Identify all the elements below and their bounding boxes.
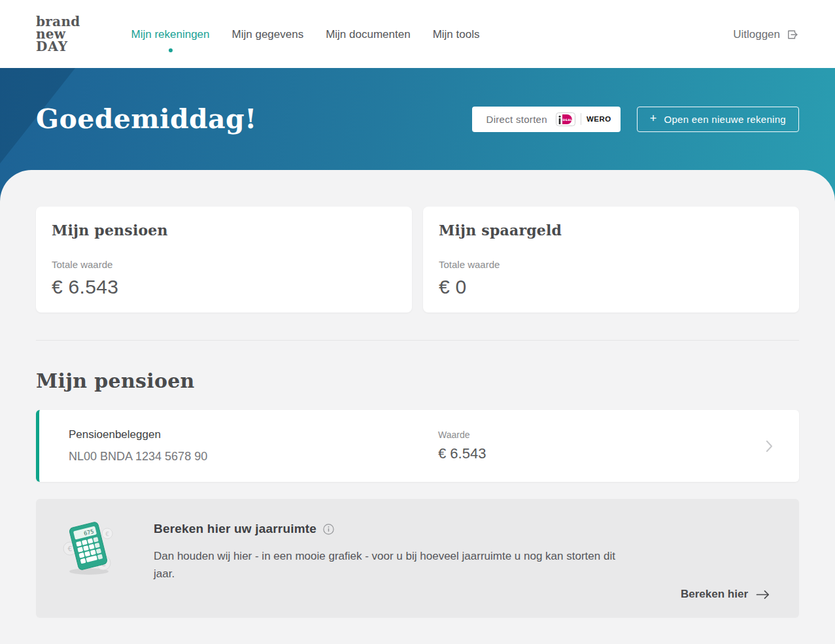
banner-description: Dan houden wij hier - in een mooie grafi… (154, 547, 621, 583)
account-iban: NL00 BNDA 1234 5678 90 (69, 450, 438, 464)
account-value: € 6.543 (438, 445, 486, 462)
card-value-label: Totale waarde (439, 259, 783, 270)
nav-item-mijn-tools[interactable]: Mijn tools (433, 28, 480, 41)
summary-cards-row: Mijn pensioen Totale waarde € 6.543 Mijn… (36, 207, 799, 313)
main-content-panel: Mijn pensioen Totale waarde € 6.543 Mijn… (0, 170, 835, 644)
brand-logo[interactable]: brand new DAY (36, 16, 80, 53)
chevron-right-icon[interactable] (766, 440, 773, 452)
card-value: € 6.543 (52, 276, 396, 298)
section-divider (36, 340, 799, 341)
ideal-logo: DEAL (556, 112, 575, 126)
card-value: € 0 (439, 276, 783, 298)
pension-summary-card: Mijn pensioen Totale waarde € 6.543 (36, 207, 412, 313)
nav-item-mijn-documenten[interactable]: Mijn documenten (326, 28, 410, 41)
brand-logo-line: DAY (36, 41, 80, 53)
bereken-hier-label: Bereken hier (681, 588, 748, 601)
jaarruimte-banner: € € € 675 (36, 499, 799, 618)
svg-text:DEAL: DEAL (563, 118, 573, 121)
arrow-right-icon (756, 590, 770, 600)
pension-section-heading: Mijn pensioen (36, 369, 799, 392)
banner-title: Bereken hier uw jaarruimte (154, 522, 316, 536)
pension-account-row[interactable]: Pensioenbeleggen NL00 BNDA 1234 5678 90 … (36, 410, 799, 482)
wero-logo: wero (587, 115, 611, 123)
card-value-label: Totale waarde (52, 259, 396, 270)
svg-text:€: € (105, 531, 109, 537)
greeting-heading: Goedemiddag! (36, 103, 257, 135)
open-new-account-button[interactable]: + Open een nieuwe rekening (637, 107, 799, 132)
coin-top-right: € (102, 528, 112, 539)
savings-summary-card: Mijn spaargeld Totale waarde € 0 (423, 207, 799, 313)
calculator-icon: € € € 675 (62, 518, 154, 583)
logout-label: Uitloggen (733, 28, 780, 41)
account-name: Pensioenbeleggen (69, 428, 438, 441)
logout-button[interactable]: Uitloggen (733, 28, 799, 41)
card-title: Mijn spaargeld (439, 222, 783, 239)
top-header: brand new DAY Mijn rekeningen Mijn gegev… (0, 0, 835, 68)
card-title: Mijn pensioen (52, 222, 396, 239)
info-icon[interactable] (323, 524, 334, 535)
nav-item-mijn-rekeningen[interactable]: Mijn rekeningen (131, 28, 210, 41)
direct-deposit-label: Direct storten (486, 114, 547, 125)
main-nav: Mijn rekeningen Mijn gegevens Mijn docum… (131, 28, 480, 41)
direct-deposit-button[interactable]: Direct storten DEAL wero (472, 107, 621, 132)
logout-icon (786, 28, 799, 41)
open-new-account-label: Open een nieuwe rekening (664, 114, 787, 125)
logo-separator (581, 113, 581, 125)
plus-icon: + (650, 112, 657, 126)
nav-item-mijn-gegevens[interactable]: Mijn gegevens (232, 28, 304, 41)
svg-text:€: € (68, 545, 73, 553)
account-value-label: Waarde (438, 430, 486, 440)
payment-logos: DEAL wero (556, 112, 611, 126)
bereken-hier-link[interactable]: Bereken hier (62, 588, 770, 601)
